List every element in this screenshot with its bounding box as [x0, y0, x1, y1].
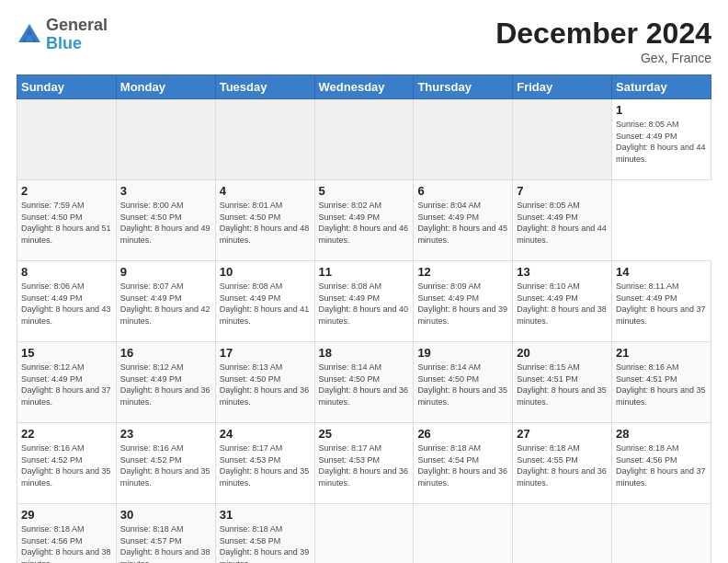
calendar-cell: 3Sunrise: 8:00 AMSunset: 4:50 PMDaylight…	[116, 180, 215, 261]
day-header-tuesday: Tuesday	[215, 75, 314, 99]
day-number: 24	[220, 427, 311, 441]
day-number: 1	[616, 103, 707, 117]
logo-blue: Blue	[46, 34, 82, 52]
calendar-cell: 12Sunrise: 8:09 AMSunset: 4:49 PMDayligh…	[414, 261, 513, 342]
calendar-cell: 11Sunrise: 8:08 AMSunset: 4:49 PMDayligh…	[314, 261, 414, 342]
day-number: 12	[417, 265, 508, 279]
day-number: 20	[517, 346, 608, 360]
day-info: Sunrise: 8:07 AMSunset: 4:49 PMDaylight:…	[120, 281, 211, 327]
calendar-cell	[513, 504, 612, 564]
month-title: December 2024	[495, 17, 711, 51]
calendar-cell: 30Sunrise: 8:18 AMSunset: 4:57 PMDayligh…	[116, 504, 215, 564]
day-info: Sunrise: 8:16 AMSunset: 4:51 PMDaylight:…	[616, 362, 707, 408]
calendar-cell: 25Sunrise: 8:17 AMSunset: 4:53 PMDayligh…	[314, 423, 414, 504]
calendar-week-row: 22Sunrise: 8:16 AMSunset: 4:52 PMDayligh…	[17, 423, 711, 504]
calendar-cell	[215, 99, 314, 180]
day-number: 13	[517, 265, 608, 279]
calendar-cell: 31Sunrise: 8:18 AMSunset: 4:58 PMDayligh…	[215, 504, 314, 564]
day-number: 11	[319, 265, 410, 279]
day-info: Sunrise: 8:15 AMSunset: 4:51 PMDaylight:…	[517, 362, 608, 408]
calendar-cell: 29Sunrise: 8:18 AMSunset: 4:56 PMDayligh…	[17, 504, 117, 564]
header: General Blue December 2024 Gex, France	[17, 17, 711, 65]
logo-text: General Blue	[46, 17, 108, 53]
day-info: Sunrise: 8:08 AMSunset: 4:49 PMDaylight:…	[220, 281, 311, 327]
calendar-cell: 16Sunrise: 8:12 AMSunset: 4:49 PMDayligh…	[116, 342, 215, 423]
svg-rect-2	[26, 35, 33, 42]
day-info: Sunrise: 8:05 AMSunset: 4:49 PMDaylight:…	[517, 200, 608, 246]
day-number: 19	[417, 346, 508, 360]
calendar-cell: 20Sunrise: 8:15 AMSunset: 4:51 PMDayligh…	[513, 342, 612, 423]
calendar-cell	[116, 99, 215, 180]
day-info: Sunrise: 8:16 AMSunset: 4:52 PMDaylight:…	[21, 442, 112, 488]
day-info: Sunrise: 8:11 AMSunset: 4:49 PMDaylight:…	[616, 281, 707, 327]
calendar-cell: 21Sunrise: 8:16 AMSunset: 4:51 PMDayligh…	[612, 342, 711, 423]
calendar-cell: 1Sunrise: 8:05 AMSunset: 4:49 PMDaylight…	[612, 99, 711, 180]
calendar-cell	[513, 99, 612, 180]
calendar-week-row: 15Sunrise: 8:12 AMSunset: 4:49 PMDayligh…	[17, 342, 711, 423]
day-number: 15	[21, 346, 112, 360]
day-info: Sunrise: 8:05 AMSunset: 4:49 PMDaylight:…	[616, 119, 707, 165]
calendar-cell	[414, 99, 513, 180]
calendar-cell	[612, 504, 711, 564]
day-number: 29	[21, 508, 112, 522]
calendar-cell: 5Sunrise: 8:02 AMSunset: 4:49 PMDaylight…	[314, 180, 414, 261]
calendar-cell: 10Sunrise: 8:08 AMSunset: 4:49 PMDayligh…	[215, 261, 314, 342]
day-number: 8	[21, 265, 112, 279]
logo-icon	[17, 22, 42, 48]
calendar-cell	[314, 99, 414, 180]
day-info: Sunrise: 8:18 AMSunset: 4:56 PMDaylight:…	[616, 442, 707, 488]
day-number: 14	[616, 265, 707, 279]
day-info: Sunrise: 8:17 AMSunset: 4:53 PMDaylight:…	[319, 442, 410, 488]
calendar-cell: 13Sunrise: 8:10 AMSunset: 4:49 PMDayligh…	[513, 261, 612, 342]
calendar-body: 1Sunrise: 8:05 AMSunset: 4:49 PMDaylight…	[17, 99, 711, 564]
calendar-cell: 27Sunrise: 8:18 AMSunset: 4:55 PMDayligh…	[513, 423, 612, 504]
calendar-week-row: 8Sunrise: 8:06 AMSunset: 4:49 PMDaylight…	[17, 261, 711, 342]
day-info: Sunrise: 8:18 AMSunset: 4:54 PMDaylight:…	[417, 442, 508, 488]
title-block: December 2024 Gex, France	[495, 17, 711, 65]
calendar-cell	[414, 504, 513, 564]
day-number: 10	[220, 265, 311, 279]
day-number: 4	[220, 184, 311, 198]
calendar-header-row: SundayMondayTuesdayWednesdayThursdayFrid…	[17, 75, 711, 99]
day-info: Sunrise: 8:08 AMSunset: 4:49 PMDaylight:…	[319, 281, 410, 327]
calendar-cell: 14Sunrise: 8:11 AMSunset: 4:49 PMDayligh…	[612, 261, 711, 342]
day-number: 21	[616, 346, 707, 360]
day-number: 27	[517, 427, 608, 441]
calendar-cell: 23Sunrise: 8:16 AMSunset: 4:52 PMDayligh…	[116, 423, 215, 504]
day-info: Sunrise: 8:01 AMSunset: 4:50 PMDaylight:…	[220, 200, 311, 246]
calendar-cell	[314, 504, 414, 564]
day-header-thursday: Thursday	[414, 75, 513, 99]
day-header-sunday: Sunday	[17, 75, 117, 99]
day-number: 25	[319, 427, 410, 441]
day-info: Sunrise: 8:14 AMSunset: 4:50 PMDaylight:…	[319, 362, 410, 408]
day-info: Sunrise: 8:12 AMSunset: 4:49 PMDaylight:…	[21, 362, 112, 408]
day-header-monday: Monday	[116, 75, 215, 99]
calendar-week-row: 29Sunrise: 8:18 AMSunset: 4:56 PMDayligh…	[17, 504, 711, 564]
calendar-table: SundayMondayTuesdayWednesdayThursdayFrid…	[17, 75, 711, 563]
page: General Blue December 2024 Gex, France S…	[0, 0, 728, 563]
day-info: Sunrise: 8:18 AMSunset: 4:58 PMDaylight:…	[220, 523, 311, 563]
day-number: 3	[120, 184, 211, 198]
day-number: 18	[319, 346, 410, 360]
day-info: Sunrise: 8:14 AMSunset: 4:50 PMDaylight:…	[417, 362, 508, 408]
day-number: 5	[319, 184, 410, 198]
day-info: Sunrise: 8:02 AMSunset: 4:49 PMDaylight:…	[319, 200, 410, 246]
day-number: 6	[417, 184, 508, 198]
logo: General Blue	[17, 17, 108, 53]
calendar-cell: 19Sunrise: 8:14 AMSunset: 4:50 PMDayligh…	[414, 342, 513, 423]
day-info: Sunrise: 7:59 AMSunset: 4:50 PMDaylight:…	[21, 200, 112, 246]
calendar-cell: 7Sunrise: 8:05 AMSunset: 4:49 PMDaylight…	[513, 180, 612, 261]
day-info: Sunrise: 8:17 AMSunset: 4:53 PMDaylight:…	[220, 442, 311, 488]
day-info: Sunrise: 8:18 AMSunset: 4:55 PMDaylight:…	[517, 442, 608, 488]
day-number: 22	[21, 427, 112, 441]
day-info: Sunrise: 8:13 AMSunset: 4:50 PMDaylight:…	[220, 362, 311, 408]
calendar-cell: 9Sunrise: 8:07 AMSunset: 4:49 PMDaylight…	[116, 261, 215, 342]
calendar-cell: 4Sunrise: 8:01 AMSunset: 4:50 PMDaylight…	[215, 180, 314, 261]
location: Gex, France	[495, 51, 711, 65]
day-info: Sunrise: 8:12 AMSunset: 4:49 PMDaylight:…	[120, 362, 211, 408]
calendar-cell: 26Sunrise: 8:18 AMSunset: 4:54 PMDayligh…	[414, 423, 513, 504]
day-number: 7	[517, 184, 608, 198]
day-number: 23	[120, 427, 211, 441]
calendar-cell	[17, 99, 117, 180]
day-header-friday: Friday	[513, 75, 612, 99]
